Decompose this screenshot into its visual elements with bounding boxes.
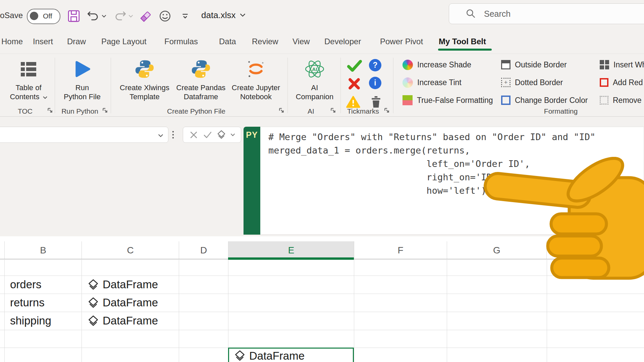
undo-button[interactable] (87, 9, 100, 23)
python-badge-label: PY (246, 130, 258, 140)
autosave-toggle[interactable]: Off (27, 9, 60, 24)
button-label: Create Xlwings (120, 83, 169, 92)
tab-power-pivot[interactable]: Power Pivot (380, 37, 423, 46)
name-box-input[interactable] (4, 129, 132, 140)
jupyter-icon (246, 59, 266, 79)
button-label: Increase Shade (417, 60, 471, 69)
tab-data[interactable]: Data (219, 37, 236, 46)
data-type-stack-icon[interactable] (217, 130, 226, 140)
tickmark-info-button[interactable]: i (369, 77, 381, 89)
column-header-e-selected[interactable]: E (228, 241, 354, 259)
remove-button[interactable]: Remove (600, 94, 642, 106)
name-box[interactable] (0, 127, 168, 143)
button-label: Change Border Color (515, 96, 588, 105)
save-button[interactable] (67, 9, 80, 23)
cell-orders[interactable]: orders (10, 276, 42, 294)
customize-toolbar-icon (180, 11, 190, 21)
column-header-d[interactable]: D (179, 241, 228, 259)
eraser-button[interactable] (139, 9, 152, 23)
dotted-border-button[interactable]: + Dotted Border (501, 76, 563, 88)
column-header-c[interactable]: C (82, 241, 179, 259)
cell-shipping[interactable]: shipping (10, 312, 51, 330)
button-label: Insert Wh (613, 60, 644, 69)
dataframe-card-icon (88, 279, 99, 291)
tab-view[interactable]: View (292, 37, 310, 46)
tab-home[interactable]: Home (1, 37, 23, 46)
formula-bar-drag-handle[interactable] (172, 130, 174, 141)
create-jupyter-notebook-button[interactable]: Create Jupyter Notebook (229, 56, 283, 101)
tickmark-warning-button[interactable] (345, 95, 361, 109)
smiley-icon (158, 9, 172, 23)
tickmark-check-button[interactable] (347, 60, 362, 72)
dialog-launcher-icon (330, 107, 336, 113)
chevron-down-icon (102, 15, 106, 18)
selected-cell-dataframe[interactable]: DataFrame (228, 348, 354, 362)
chevron-down-icon[interactable] (230, 133, 235, 136)
group-label-run-python: Run Python (55, 107, 105, 115)
ribbon-chrome: oSave Off (0, 0, 644, 117)
column-header-f[interactable]: F (354, 241, 447, 259)
button-label: True-False Formatting (417, 96, 493, 105)
tab-developer[interactable]: Developer (324, 37, 361, 46)
filename-text: data.xlsx (201, 10, 236, 20)
undo-icon (87, 9, 100, 23)
tickmark-delete-button[interactable] (370, 95, 382, 109)
trash-icon (370, 95, 382, 109)
cell-dataframe-shipping[interactable]: DataFrame (88, 312, 158, 330)
redo-button[interactable] (113, 9, 127, 23)
tab-formulas[interactable]: Formulas (164, 37, 198, 46)
group-label-ai: AI (287, 107, 334, 115)
redo-dropdown[interactable] (127, 9, 134, 23)
tickmark-x-button[interactable] (347, 77, 361, 90)
tab-review[interactable]: Review (252, 37, 278, 46)
ai-dialog-launcher[interactable] (330, 107, 336, 113)
column-header-b[interactable]: B (4, 241, 82, 259)
cell-returns[interactable]: returns (10, 294, 45, 312)
filename-menu[interactable]: data.xlsx (201, 10, 246, 20)
add-red-button[interactable]: Add Red (600, 76, 643, 88)
chevron-down-icon (158, 134, 163, 137)
run-python-dialog-launcher[interactable] (102, 107, 108, 113)
group-label-formatting: Formatting (393, 107, 644, 115)
button-label: Notebook (240, 93, 272, 101)
python-language-badge: PY (244, 127, 260, 235)
tickmarks-dialog-launcher[interactable] (384, 107, 390, 113)
dataframe-card-icon (88, 315, 99, 327)
enter-check-icon[interactable] (203, 130, 212, 139)
insert-white-button[interactable]: Insert Wh (600, 59, 644, 71)
increase-tint-button[interactable]: Increase Tint (402, 76, 462, 88)
tab-page-layout[interactable]: Page Layout (101, 37, 147, 46)
tickmark-question-button[interactable]: ? (369, 59, 381, 71)
search-input[interactable]: Search (449, 3, 644, 24)
change-border-color-button[interactable]: Change Border Color (501, 94, 588, 106)
name-box-dropdown[interactable] (158, 133, 163, 139)
warning-icon (345, 95, 361, 109)
undo-dropdown[interactable] (101, 9, 107, 23)
question-circle-icon: ? (369, 59, 381, 71)
create-python-dialog-launcher[interactable] (278, 107, 284, 113)
toc-dialog-launcher[interactable] (47, 107, 53, 113)
autosave-state: Off (43, 12, 52, 20)
table-of-contents-button[interactable]: Table of Contents (3, 56, 54, 101)
ai-atom-icon: AI (304, 58, 326, 80)
cell-dataframe-returns[interactable]: DataFrame (88, 294, 158, 312)
increase-shade-button[interactable]: Increase Shade (402, 59, 471, 71)
tab-draw[interactable]: Draw (67, 37, 86, 46)
color-wheel-tint-icon (402, 77, 413, 88)
python-icon (191, 59, 211, 79)
color-wheel-icon (402, 60, 413, 70)
ai-companion-button[interactable]: AI AI Companion (288, 56, 341, 101)
smiley-feedback-button[interactable] (158, 9, 172, 23)
cell-dataframe-orders[interactable]: DataFrame (88, 276, 158, 294)
tab-my-tool-belt[interactable]: My Tool Belt (439, 37, 486, 46)
cancel-icon[interactable] (189, 130, 198, 139)
outside-border-button[interactable]: Outside Border (501, 59, 567, 71)
customize-qat-button[interactable] (178, 9, 192, 23)
create-xlwings-template-button[interactable]: Create Xlwings Template (117, 56, 172, 101)
run-python-file-button[interactable]: Run Python File (57, 56, 107, 101)
button-label: Dataframe (184, 93, 218, 101)
group-separator (55, 58, 55, 113)
create-pandas-dataframe-button[interactable]: Create Pandas Dataframe (174, 56, 228, 101)
tab-insert[interactable]: Insert (33, 37, 53, 46)
true-false-formatting-button[interactable]: True-False Formatting (402, 94, 493, 106)
